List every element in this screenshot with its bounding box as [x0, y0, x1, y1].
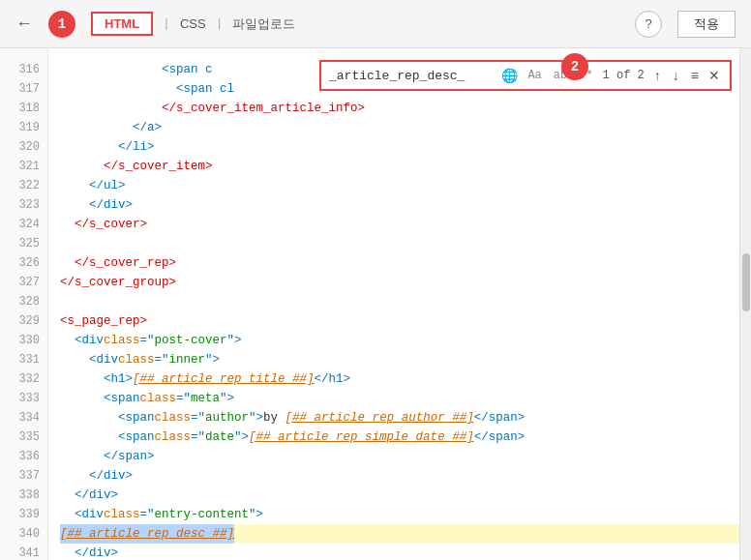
cover-tag-span: <s_page_rep>	[60, 311, 147, 331]
val-span: meta	[191, 389, 220, 408]
code-line-323: </div>	[60, 195, 739, 215]
tag-partial-span: <span c	[162, 60, 213, 79]
template-var: [##_article_rep_title_##]	[133, 369, 315, 389]
code-line-337: </div>	[60, 466, 739, 486]
help-button[interactable]: ?	[635, 11, 662, 38]
code-line-321: </s_cover_item>	[60, 157, 739, 176]
attr-span: class	[104, 331, 140, 350]
tag-span: </a>	[133, 118, 162, 137]
code-line-322: </ul>	[60, 176, 739, 195]
code-line-340: [##_article_rep_desc_##]	[60, 524, 739, 544]
code-line-325	[60, 234, 739, 253]
tag-span: </li>	[118, 137, 155, 157]
search-next-button[interactable]: ↓	[669, 66, 683, 85]
tag-span: </div>	[89, 466, 133, 486]
code-line-324: </s_cover>	[60, 215, 739, 234]
search-bar: 🌐 Aa ab .* 1 of 2 ↑ ↓ ≡ ✕	[319, 60, 732, 91]
code-line-335: <span class="date">[##_article_rep_simpl…	[60, 427, 739, 447]
match-case-opt[interactable]: Aa	[524, 67, 545, 84]
search-count: 1 of 2	[603, 69, 645, 82]
template-var: [##_article_rep_desc_##]	[60, 524, 234, 544]
code-line-318: </s_cover_item_article_info>	[60, 99, 739, 118]
attr-span: class	[140, 389, 177, 408]
tab-separator: |	[163, 16, 170, 31]
tag-open: <div	[75, 331, 104, 350]
code-line-320: </li>	[60, 137, 739, 157]
code-line-334: <span class="author">by [##_article_rep_…	[60, 408, 739, 427]
code-line-341: </div>	[60, 544, 739, 560]
code-area[interactable]: <span c <span cl </s_cover_item_article_…	[48, 48, 739, 560]
cover-tag-span: </s_cover_item_article_info>	[162, 99, 365, 118]
code-line-326: </s_cover_rep>	[60, 253, 739, 273]
editor: 3163173183193203213223233243253263273283…	[0, 48, 751, 560]
tag-search-span: <span cl	[176, 79, 234, 99]
code-line-339: <div class="entry-content">	[60, 505, 739, 524]
back-button[interactable]: ←	[15, 14, 33, 34]
line-numbers: 3163173183193203213223233243253263273283…	[0, 48, 48, 560]
code-line-328	[60, 292, 739, 311]
tab-html-button[interactable]: HTML	[91, 12, 153, 36]
search-close-button[interactable]: ✕	[706, 66, 722, 85]
code-line-329: <s_page_rep>	[60, 311, 739, 331]
scrollbar[interactable]	[739, 48, 751, 560]
search-menu-button[interactable]: ≡	[687, 66, 703, 85]
val-span: inner	[169, 350, 206, 369]
search-prev-button[interactable]: ↑	[650, 66, 665, 85]
tag-open: <div	[89, 350, 118, 369]
tag-span: </span>	[104, 447, 155, 466]
tab-separator2: |	[216, 16, 224, 31]
tag-span: </div>	[89, 195, 133, 215]
tag-open: <span	[104, 389, 140, 408]
code-line-319: </a>	[60, 118, 739, 137]
search-nav: ↑ ↓ ≡ ✕	[650, 66, 722, 85]
globe-icon: 🌐	[501, 68, 518, 84]
step2-circle: 2	[561, 53, 588, 80]
code-line-336: </span>	[60, 447, 739, 466]
template-var: [##_article_rep_author_##]	[285, 408, 474, 427]
tab-group: HTML | CSS | 파일업로드	[91, 12, 295, 36]
cover-tag-span: </s_cover_rep>	[75, 253, 176, 273]
template-var: [##_article_rep_simple_date_##]	[249, 427, 474, 447]
tag-span: </ul>	[89, 176, 126, 195]
val-span: entry-content	[155, 505, 250, 524]
scrollbar-thumb[interactable]	[742, 253, 750, 311]
tab-css-button[interactable]: CSS	[180, 16, 206, 31]
attr-span: class	[104, 505, 140, 524]
cover-tag-span: </s_cover_group>	[60, 273, 176, 292]
cover-tag-span: </s_cover_item>	[104, 157, 213, 176]
top-bar: ← 1 HTML | CSS | 파일업로드 ? 적용	[0, 0, 751, 48]
val-span: post-cover	[155, 331, 227, 350]
tag-open: <div	[75, 505, 104, 524]
code-line-333: <span class="meta">	[60, 389, 739, 408]
code-line-331: <div class="inner">	[60, 350, 739, 369]
cover-tag-span: </s_cover>	[75, 215, 147, 234]
tab-upload-button[interactable]: 파일업로드	[232, 15, 295, 33]
code-line-332: <h1>[##_article_rep_title_##]</h1>	[60, 369, 739, 389]
tag-span: </div>	[75, 486, 118, 505]
attr-span: class	[118, 350, 155, 369]
step1-circle: 1	[48, 11, 75, 38]
code-line-338: </div>	[60, 486, 739, 505]
apply-button[interactable]: 적용	[677, 11, 736, 38]
code-line-330: <div class="post-cover">	[60, 331, 739, 350]
code-line-327: </s_cover_group>	[60, 273, 739, 292]
tag-span: </div>	[75, 544, 118, 560]
search-input[interactable]	[329, 69, 496, 83]
